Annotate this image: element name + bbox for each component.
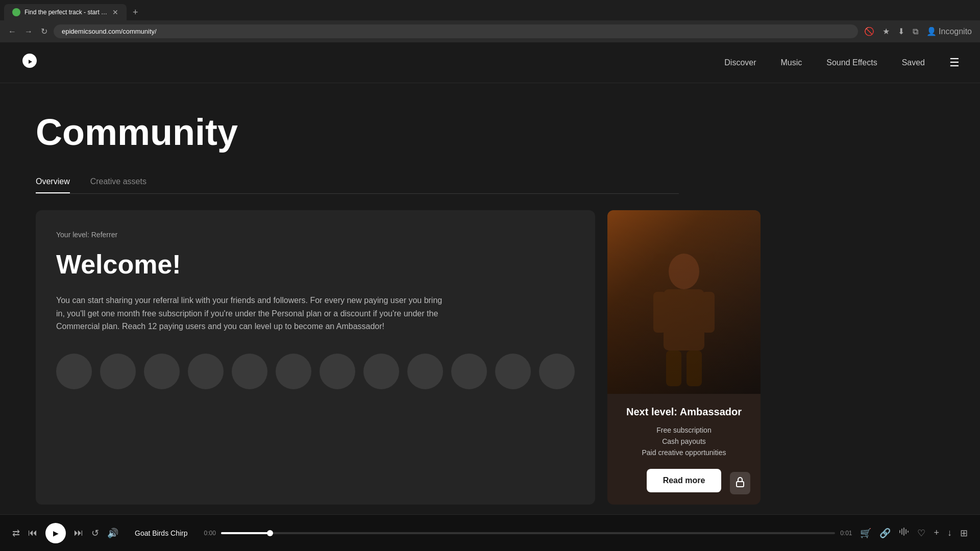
browser-tab[interactable]: Find the perfect track - start sou ✕ [4,4,127,20]
favorite-button[interactable]: ♡ [917,528,925,539]
svg-rect-11 [908,531,909,533]
svg-rect-3 [702,292,715,333]
svg-rect-10 [905,529,906,534]
avatar-3 [144,354,180,389]
avatar-10 [451,354,487,389]
add-button[interactable]: + [934,528,939,538]
nav-links: Discover Music Sound Effects Saved [724,58,925,67]
avatar-12 [539,354,575,389]
next-button[interactable]: ⏭ [74,528,83,538]
svg-rect-5 [687,350,702,386]
track-info: Goat Birds Chirp [135,529,187,538]
tab-title: Find the perfect track - start sou [24,9,108,16]
volume-button[interactable]: 🔊 [107,528,118,539]
perk-3: Paid creative opportunities [620,448,748,457]
link-button[interactable]: 🔗 [879,528,891,539]
logo[interactable] [20,52,39,73]
player-controls: ⇄ ⏮ ▶ ⏭ ↺ 🔊 [12,523,118,543]
tab-overview[interactable]: Overview [36,171,70,193]
progress-fill [221,532,270,534]
next-level-perks: Free subscription Cash payouts Paid crea… [620,426,748,457]
next-level-title: Next level: Ambassador [620,406,748,418]
forward-button[interactable]: → [22,25,35,38]
svg-rect-6 [737,482,744,487]
download-track-button[interactable]: ↓ [947,528,952,538]
play-button[interactable]: ▶ [45,523,66,543]
cart-button[interactable]: 🛒 [860,528,871,539]
time-current: 0:00 [204,530,215,537]
avatar-1 [56,354,92,389]
bookmark-icon[interactable]: ★ [880,24,892,38]
close-tab-button[interactable]: ✕ [112,8,118,16]
top-nav: Discover Music Sound Effects Saved ☰ [0,42,980,83]
avatar-4 [188,354,224,389]
player-actions: 🛒 🔗 ♡ + ↓ ⊞ [860,527,968,539]
nav-link-music[interactable]: Music [781,58,802,67]
side-card-image [607,210,761,394]
repeat-button[interactable]: ↺ [91,528,99,539]
new-tab-button[interactable]: + [129,5,142,20]
welcome-text: You can start sharing your referral link… [56,294,444,333]
nav-link-saved[interactable]: Saved [902,58,925,67]
profile-icon[interactable]: 👤 Incognito [924,24,974,38]
prev-button[interactable]: ⏮ [28,528,37,538]
avatar-5 [232,354,267,389]
download-icon[interactable]: ⬇ [896,24,906,38]
progress-handle[interactable] [267,530,273,536]
svg-rect-9 [903,528,904,536]
read-more-button[interactable]: Read more [647,469,722,492]
nav-link-sound-effects[interactable]: Sound Effects [826,58,877,67]
extension-icon[interactable]: ⧉ [911,25,920,38]
avatar-7 [320,354,355,389]
side-card: Next level: Ambassador Free subscription… [607,210,761,505]
svg-rect-2 [653,292,666,333]
waveform-button[interactable] [899,527,909,539]
address-bar[interactable] [54,24,858,38]
browser-actions: 🚫 ★ ⬇ ⧉ 👤 Incognito [862,24,974,38]
page-title: Community [36,114,679,151]
main-content: Community Overview Creative assets Your … [0,83,715,525]
svg-point-0 [669,254,699,289]
hamburger-menu-button[interactable]: ☰ [949,56,960,69]
queue-button[interactable]: ⊞ [960,528,968,539]
lock-icon [730,472,750,494]
avatar-row [56,354,575,389]
svg-rect-8 [901,529,902,535]
welcome-title: Welcome! [56,249,575,280]
main-card: Your level: Referrer Welcome! You can st… [36,210,595,505]
time-total: 0:01 [840,530,852,537]
avatar-9 [407,354,443,389]
avatar-6 [276,354,311,389]
no-camera-icon[interactable]: 🚫 [862,24,876,38]
avatar-11 [495,354,531,389]
progress-area[interactable]: 0:00 0:01 [204,530,852,537]
back-button[interactable]: ← [6,25,18,38]
svg-rect-1 [664,289,704,350]
browser-chrome: Find the perfect track - start sou ✕ + ←… [0,0,980,42]
nav-link-discover[interactable]: Discover [724,58,756,67]
level-label: Your level: Referrer [56,231,575,239]
tab-bar: Find the perfect track - start sou ✕ + [0,0,980,20]
perk-2: Cash payouts [620,437,748,445]
app: Discover Music Sound Effects Saved ☰ Com… [0,42,980,542]
tab-creative-assets[interactable]: Creative assets [90,171,146,193]
browser-toolbar: ← → ↻ 🚫 ★ ⬇ ⧉ 👤 Incognito [0,20,980,42]
avatar-2 [100,354,136,389]
perk-1: Free subscription [620,426,748,434]
content-area: Your level: Referrer Welcome! You can st… [36,210,679,505]
avatar-8 [363,354,399,389]
track-name: Goat Birds Chirp [135,529,187,537]
svg-rect-4 [666,350,681,386]
refresh-button[interactable]: ↻ [39,24,50,38]
shuffle-button[interactable]: ⇄ [12,528,20,539]
tab-favicon [12,8,20,16]
player-bar: ⇄ ⏮ ▶ ⏭ ↺ 🔊 Goat Birds Chirp 0:00 0:01 🛒… [0,514,980,542]
tabs: Overview Creative assets [36,171,679,194]
svg-rect-7 [899,530,900,533]
progress-bar[interactable] [221,532,835,534]
